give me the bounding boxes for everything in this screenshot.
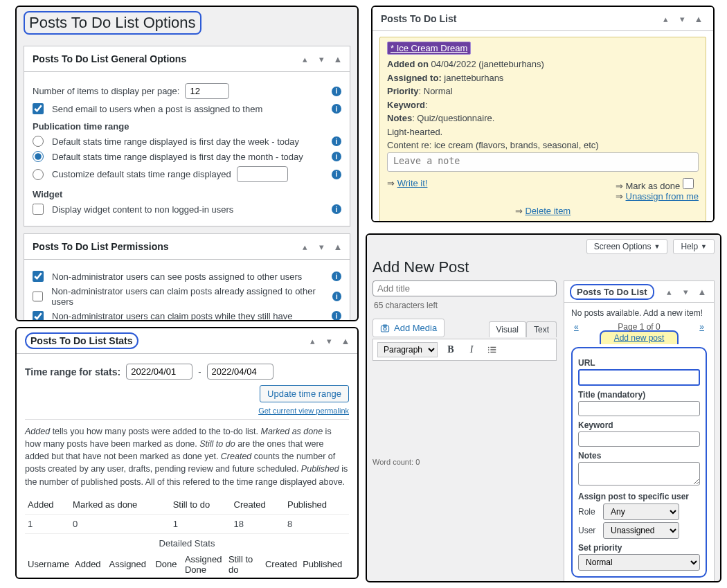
info-icon[interactable]: i [332,136,341,146]
unassign-link[interactable]: Unassign from me [626,191,699,202]
detailed-table: UsernameAddedAssignedDoneAssigned DoneSt… [25,550,349,579]
note-input[interactable] [387,152,699,172]
todo-item-title[interactable]: * Ice Cream Dream [387,42,471,55]
mark-done-checkbox[interactable] [683,178,694,189]
items-per-page-input[interactable] [185,83,229,99]
url-input[interactable] [578,369,700,386]
perm-see-checkbox[interactable] [33,271,44,282]
pager-prev[interactable]: « [574,322,579,332]
caret-up-icon[interactable]: ▲ [332,240,344,253]
chevron-up-icon[interactable]: ▴ [298,240,311,253]
post-title-input[interactable] [373,280,557,296]
info-icon[interactable]: i [332,311,341,321]
svg-point-1 [384,327,386,330]
widget-display-checkbox[interactable] [33,204,44,215]
chars-left: 65 characters left [374,301,555,310]
caret-down-icon: ▼ [701,243,707,250]
pub-time-heading: Publication time range [33,121,341,132]
priority-label: Set priority [578,543,700,553]
chevron-up-icon[interactable]: ▴ [306,335,318,347]
detailed-title: Detailed Stats [25,538,349,549]
date-to-input[interactable] [207,364,273,380]
sidebar-heading: Posts To Do List [570,284,654,300]
stats-heading: Posts To Do List Stats [25,332,138,349]
stats-description: Added tells you how many posts were adde… [25,425,349,488]
tab-visual[interactable]: Visual [489,321,526,337]
title-input[interactable] [578,401,700,416]
info-icon[interactable]: i [332,104,341,114]
chevron-up-icon[interactable]: ▴ [659,12,672,25]
perm-claim-checkbox[interactable] [33,291,43,302]
role-select[interactable]: Any [603,504,679,520]
chevron-down-icon[interactable]: ▾ [315,240,327,253]
perm-claim-pending-checkbox[interactable] [33,311,44,321]
date-from-input[interactable] [126,364,192,380]
page-title-options: Posts To Do List Options [24,11,201,35]
keyword-label: Keyword [578,420,700,430]
table-row: 101188 [25,514,349,533]
custom-range-input[interactable] [237,166,288,182]
items-per-page-label: Number of items to display per page: [33,86,179,96]
url-label: URL [578,358,700,368]
permissions-heading: Posts To Do List Permissions [33,241,169,252]
todo-item: * Ice Cream Dream Added on 04/04/2022 (j… [379,37,706,222]
todo-heading: Posts To Do List [381,13,456,24]
add-post-h1: Add New Post [373,258,720,276]
radio-custom[interactable] [33,169,44,180]
radio-month[interactable] [33,151,44,162]
info-icon[interactable]: i [332,87,341,96]
word-count: Word count: 0 [373,458,557,466]
chevron-down-icon[interactable]: ▾ [315,53,327,65]
radio-week[interactable] [33,136,44,147]
paragraph-select[interactable]: Paragraph [377,342,438,357]
pager-next[interactable]: » [699,322,704,332]
caret-up-icon[interactable]: ▲ [692,12,705,25]
list-button[interactable] [485,342,500,357]
svg-point-7 [488,349,490,350]
general-options-box: Posts To Do List General Options ▴ ▾ ▲ N… [24,46,350,226]
date-sep: - [198,366,201,377]
caret-down-icon: ▼ [654,243,660,250]
send-email-label: Send email to users when a post is assig… [52,104,262,114]
info-icon[interactable]: i [332,204,341,214]
add-media-button[interactable]: Add Media [373,319,445,337]
priority-select[interactable]: Normal [578,554,700,571]
tab-text[interactable]: Text [526,321,557,337]
add-new-post-link[interactable]: Add new post [614,333,665,343]
notes-input[interactable] [578,462,700,485]
help-button[interactable]: Help▼ [673,239,715,254]
role-label: Role [578,507,599,517]
chevron-up-icon[interactable]: ▴ [298,53,311,65]
caret-up-icon[interactable]: ▲ [696,285,708,298]
info-icon[interactable]: i [332,170,341,179]
italic-button[interactable]: I [464,342,479,357]
caret-up-icon[interactable]: ▲ [332,53,344,65]
permalink-link[interactable]: Get current view permalink [258,407,349,415]
screen-options-button[interactable]: Screen Options▼ [586,239,668,254]
send-email-checkbox[interactable] [33,103,44,114]
caret-up-icon[interactable]: ▲ [339,335,352,347]
notes-label: Notes [578,451,700,461]
chevron-down-icon[interactable]: ▾ [323,335,335,347]
radio-month-label: Default stats time range displayed is fi… [52,152,303,162]
widget-heading: Widget [33,189,341,199]
summary-table: AddedMarked as doneStill to doCreatedPub… [25,495,349,534]
assign-label: Assign post to specific user [578,492,700,501]
info-icon[interactable]: i [332,292,341,301]
keyword-input[interactable] [578,431,700,447]
perm-see-label: Non-administrator users can see posts as… [52,271,302,282]
radio-custom-label: Customize default stats time range displ… [52,169,231,179]
info-icon[interactable]: i [332,152,341,161]
bold-button[interactable]: B [443,342,458,357]
user-select[interactable]: Unassigned [603,522,679,539]
write-it-link[interactable]: Write it! [397,178,428,188]
chevron-up-icon[interactable]: ▴ [663,285,675,298]
sidebar-todo-box: Posts To Do List ▴ ▾ ▲ No posts availabl… [564,280,715,582]
delete-link[interactable]: Delete item [525,206,571,216]
update-range-button[interactable]: Update time range [260,385,349,402]
chevron-down-icon[interactable]: ▾ [676,12,688,25]
permissions-box: Posts To Do List Permissions ▴ ▾ ▲ Non-a… [24,233,350,321]
widget-display-label: Display widget content to non logged-in … [52,204,233,215]
chevron-down-icon[interactable]: ▾ [679,285,692,298]
info-icon[interactable]: i [332,271,341,281]
